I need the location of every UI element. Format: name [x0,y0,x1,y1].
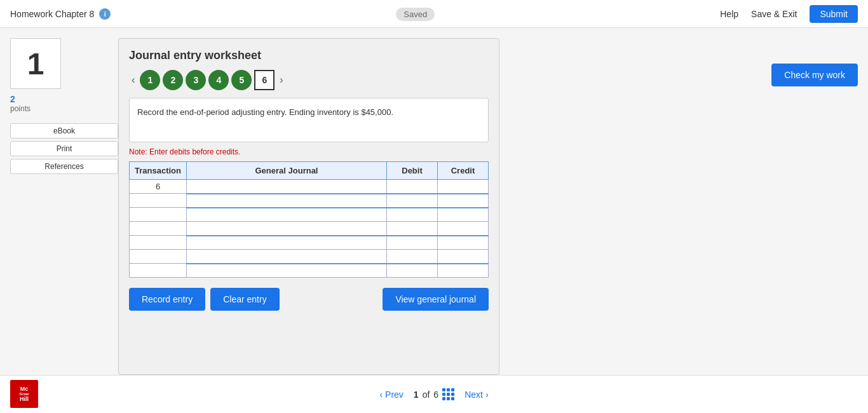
print-link[interactable]: Print [10,141,118,156]
col-debit: Debit [387,162,438,180]
check-my-work-button[interactable]: Check my work [771,64,858,86]
tab-3[interactable]: 3 [186,70,206,90]
check-my-work-container: Check my work [771,64,858,86]
journal-cell[interactable] [187,180,387,194]
transaction-cell-empty [130,194,187,208]
transaction-cell: 6 [130,180,187,194]
debit-cell[interactable] [387,180,438,194]
view-general-journal-button[interactable]: View general journal [383,288,489,311]
ebook-link[interactable]: eBook [10,123,118,139]
credit-input-3[interactable] [438,208,488,222]
credit-input-4[interactable] [438,222,488,235]
table-row [130,264,489,278]
table-row [130,194,489,208]
logo-line3: Hill [20,396,29,402]
tab-4[interactable]: 4 [208,70,229,90]
total-pages: 6 [433,389,438,400]
col-transaction: Transaction [130,162,187,180]
instruction-box: Record the end-of-period adjusting entry… [129,98,489,142]
journal-input-7[interactable] [187,264,386,278]
debit-input[interactable] [387,180,437,193]
question-number: 1 [27,46,44,81]
table-row [130,222,489,236]
question-number-box: 1 [10,38,61,89]
help-link[interactable]: Help [720,9,738,19]
current-page: 1 [414,389,419,400]
prev-label: Prev [385,389,403,400]
worksheet-container: Journal entry worksheet ‹ 1 2 3 4 5 6 › … [118,38,499,375]
journal-table: Transaction General Journal Debit Credit… [129,161,489,278]
of-label: of [423,389,430,400]
clear-entry-button[interactable]: Clear entry [210,288,279,311]
credit-input-2[interactable] [438,194,488,207]
chevron-right-icon: › [485,389,489,400]
next-button[interactable]: Next › [465,389,488,400]
action-buttons: Record entry Clear entry View general jo… [129,288,489,311]
table-row [130,236,489,250]
page-title: Homework Chapter 8 [10,9,94,19]
instruction-text: Record the end-of-period adjusting entry… [137,107,393,117]
journal-input-2[interactable] [187,194,386,207]
points-value: 2 [10,94,118,104]
tab-prev-arrow[interactable]: ‹ [129,72,137,88]
sidebar-links: eBook Print References [10,123,118,174]
info-icon[interactable]: i [99,8,111,20]
table-row: 6 [130,180,489,194]
top-bar-left: Homework Chapter 8 i [10,8,111,20]
credit-input-6[interactable] [438,250,488,263]
bottom-bar: Mc Graw Hill ‹ Prev 1 of 6 Next › [0,375,868,413]
journal-input[interactable] [187,180,386,193]
saved-badge-container: Saved [396,9,435,19]
credit-cell[interactable] [438,180,489,194]
debit-input-7[interactable] [387,264,437,278]
credit-input-5[interactable] [438,236,488,250]
debit-cell-2[interactable] [387,194,438,208]
debit-input-5[interactable] [387,236,437,250]
chevron-left-icon: ‹ [379,389,383,400]
mcgraw-hill-logo: Mc Graw Hill [10,380,38,408]
note-text: Note: Enter debits before credits. [129,147,489,156]
credit-input-7[interactable] [438,264,488,278]
journal-input-4[interactable] [187,222,386,235]
submit-button[interactable]: Submit [810,5,858,23]
tab-navigation: ‹ 1 2 3 4 5 6 › [129,70,489,90]
grid-icon[interactable] [442,388,454,400]
debit-input-6[interactable] [387,250,437,263]
table-row [130,250,489,264]
tab-2[interactable]: 2 [163,70,183,90]
next-label: Next [465,389,483,400]
top-bar: Homework Chapter 8 i Saved Help Save & E… [0,0,868,28]
references-link[interactable]: References [10,159,118,174]
debit-input-2[interactable] [387,194,437,207]
record-entry-button[interactable]: Record entry [129,288,205,311]
points-label: points [10,104,118,113]
logo-line1: Mc [20,386,29,392]
table-row [130,208,489,222]
prev-button[interactable]: ‹ Prev [379,389,403,400]
journal-input-5[interactable] [187,236,386,250]
page-info: 1 of 6 [414,388,454,400]
tab-6-active[interactable]: 6 [254,70,275,90]
credit-cell-2[interactable] [438,194,489,208]
tab-next-arrow[interactable]: › [277,72,285,88]
main-content: 1 2 points eBook Print References Journa… [0,28,868,375]
debit-input-3[interactable] [387,208,437,222]
tab-1[interactable]: 1 [140,70,160,90]
tab-5[interactable]: 5 [231,70,252,90]
left-sidebar: 1 2 points eBook Print References [10,38,118,375]
worksheet-title: Journal entry worksheet [129,49,489,62]
save-exit-link[interactable]: Save & Exit [751,9,797,19]
saved-badge: Saved [396,8,435,21]
journal-cell-2[interactable] [187,194,387,208]
col-credit: Credit [438,162,489,180]
col-general-journal: General Journal [187,162,387,180]
credit-input[interactable] [438,180,488,193]
debit-input-4[interactable] [387,222,437,235]
top-bar-right: Help Save & Exit Submit [720,5,858,23]
journal-input-3[interactable] [187,208,386,222]
journal-input-6[interactable] [187,250,386,263]
